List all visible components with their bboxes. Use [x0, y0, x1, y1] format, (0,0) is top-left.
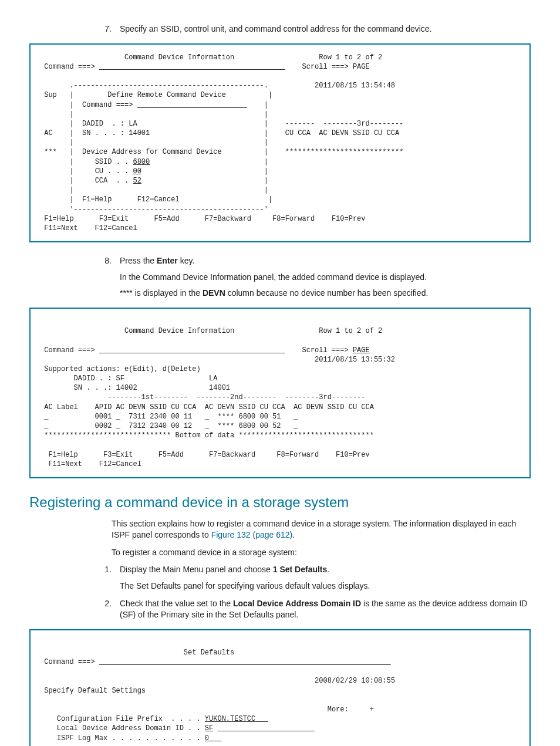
- step-number: 8.: [94, 255, 112, 299]
- popup-command-input[interactable]: [137, 101, 247, 109]
- command-input[interactable]: [99, 63, 285, 71]
- cca-label: CCA . .: [95, 177, 129, 185]
- more-indicator: More: +: [328, 706, 374, 714]
- command-input[interactable]: [99, 346, 285, 355]
- cu-label: CU . . .: [95, 167, 129, 175]
- third-cols: CU CCA AC DEVN SSID CU CCA: [285, 129, 399, 137]
- third-header: ------- --------3rd--------: [285, 120, 404, 128]
- command-prompt[interactable]: Command ===>: [44, 346, 95, 355]
- fkeys-line2: F11=Next F12=Cancel: [40, 460, 141, 468]
- scroll-label: Scroll ===>: [302, 346, 353, 355]
- ldadid-value[interactable]: SF: [205, 724, 213, 733]
- set-defaults-option: 1 Set Defaults: [273, 565, 328, 574]
- popup-title: Define Remote Command Device: [107, 91, 226, 99]
- stars-col: ***: [44, 148, 57, 156]
- ldadid-field: Local Device Address Domain ID: [233, 599, 361, 608]
- group-headers: --------1st-------- --------2nd-------- …: [40, 393, 366, 401]
- panel-title: Command Device Information: [124, 327, 234, 335]
- config-prefix-label: Configuration File Prefix . . . .: [40, 715, 201, 723]
- step-7: 7. Specify an SSID, control unit, and co…: [29, 23, 531, 35]
- popup-fkeys: F1=Help F12=Cancel: [82, 195, 180, 204]
- fkeys-line2: F11=Next F12=Cancel: [40, 224, 137, 232]
- step-number: 1.: [94, 564, 112, 592]
- bottom-of-data: ****************************** Bottom of…: [40, 431, 374, 440]
- devn-column: DEVN: [203, 288, 225, 298]
- ssid-value[interactable]: 6800: [133, 158, 150, 166]
- cca-value[interactable]: 52: [133, 177, 141, 185]
- step-8: 8. Press the Enter key. In the Command D…: [29, 255, 531, 299]
- config-prefix-value[interactable]: YUKON.TESTCC: [205, 715, 255, 723]
- step-body: Check that the value set to the Local De…: [120, 598, 531, 621]
- register-step-2: 2. Check that the value set to the Local…: [29, 598, 531, 621]
- command-prompt[interactable]: Command ===>: [40, 658, 95, 666]
- step-text: Specify an SSID, control unit, and comma…: [120, 23, 531, 35]
- ac-col: AC: [44, 129, 52, 137]
- ldadid-label: Local Device Address Domain ID . .: [40, 724, 201, 733]
- scroll-value[interactable]: PAGE: [353, 346, 370, 355]
- stars-right: ****************************: [285, 148, 404, 156]
- panel-title: Command Device Information: [124, 53, 234, 62]
- intro-paragraph: This section explains how to register a …: [112, 518, 531, 541]
- ispf-log-label: ISPF Log Max . . . . . . . . . . .: [40, 734, 201, 742]
- supported-actions: Supported actions: e(Edit), d(Delete): [40, 365, 201, 373]
- fkeys-line1: F1=Help F3=Exit F5=Add F7=Backward F8=Fo…: [40, 451, 370, 459]
- sn-line: SN . . .: 14002 14001: [40, 384, 230, 392]
- register-step-1: 1. Display the Main Menu panel and choos…: [29, 564, 531, 592]
- dev-addr-title: Device Address for Command Device: [82, 148, 222, 156]
- sn: SN . . . : 14001: [82, 129, 150, 137]
- table-row: _ 0002 _ 7312 2340 00 12 _ **** 6800 00 …: [40, 422, 298, 430]
- intro-lead: To register a command device in a storag…: [112, 547, 531, 559]
- dadid-line: DADID . : SF LA: [40, 374, 217, 383]
- figure-link[interactable]: Figure 132 (page 612): [211, 530, 293, 539]
- sup-col: Sup: [44, 91, 57, 99]
- table-row: _ 0001 _ 7311 2340 00 11 _ **** 6800 00 …: [40, 413, 298, 421]
- timestamp: 2011/08/15 13:55:32: [315, 356, 395, 364]
- dadid: DADID . : LA: [82, 120, 137, 128]
- command-input[interactable]: [99, 658, 391, 666]
- row-info: Row 1 to 2 of 2: [319, 53, 382, 62]
- scroll-label: Scroll ===> PAGE: [302, 63, 370, 71]
- step-body: Display the Main Menu panel and choose 1…: [120, 564, 531, 592]
- ispf-log-value[interactable]: 0: [205, 734, 209, 742]
- ssid-label: SSID . .: [95, 158, 129, 166]
- timestamp: 2008/02/29 10:08:55: [315, 677, 395, 685]
- command-prompt[interactable]: Command ===>: [44, 63, 95, 71]
- timestamp: 2011/08/15 13:54:48: [315, 82, 395, 90]
- specify-defaults: Specify Default Settings: [40, 687, 146, 695]
- terminal-panel-set-defaults: Set Defaults Command ===> 2008/02/29 10:…: [29, 629, 531, 746]
- fkeys-line1: F1=Help F3=Exit F5=Add F7=Backward F8=Fo…: [40, 215, 366, 223]
- terminal-panel-define-remote: Command Device Information Row 1 to 2 of…: [29, 43, 531, 243]
- panel-title: Set Defaults: [184, 649, 234, 657]
- step-number: 7.: [94, 23, 112, 35]
- cu-value[interactable]: 00: [133, 167, 141, 175]
- column-headers: AC Label APID AC DEVN SSID CU CCA AC DEV…: [40, 403, 374, 411]
- step-body: Press the Enter key. In the Command Devi…: [120, 255, 531, 299]
- popup-command[interactable]: Command ===>: [82, 101, 133, 109]
- terminal-panel-device-info: Command Device Information Row 1 to 2 of…: [29, 308, 531, 478]
- step-number: 2.: [94, 598, 112, 621]
- enter-key: Enter: [157, 256, 178, 265]
- section-heading: Registering a command device in a storag…: [29, 492, 531, 512]
- row-info: Row 1 to 2 of 2: [319, 327, 382, 335]
